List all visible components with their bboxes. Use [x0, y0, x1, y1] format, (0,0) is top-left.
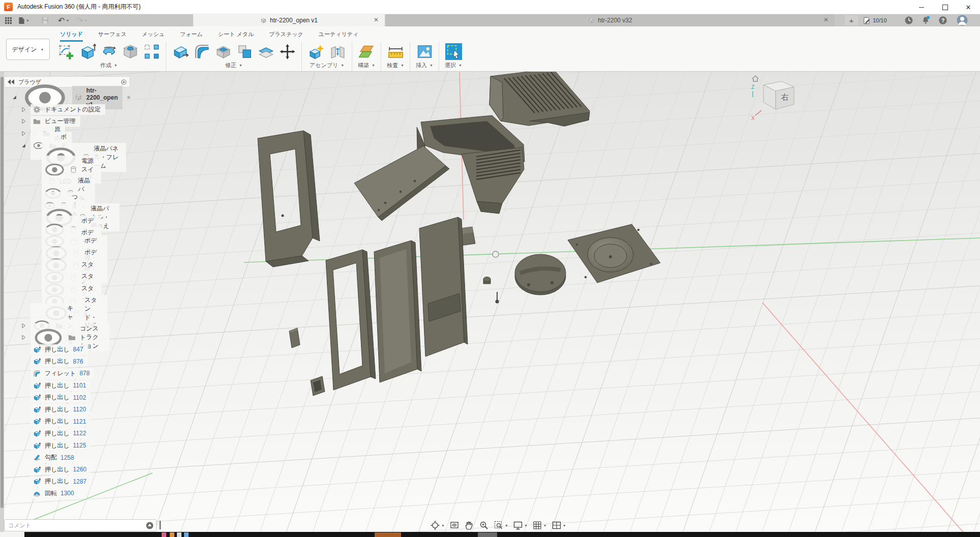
- tree-item[interactable]: 勾配1258: [30, 452, 79, 463]
- group-dropdown[interactable]: 構築▼: [358, 62, 375, 69]
- tab-close-icon[interactable]: ✕: [373, 16, 380, 23]
- hole-button[interactable]: [119, 42, 141, 61]
- browser-row[interactable]: 押し出し847: [4, 343, 130, 355]
- expand-icon[interactable]: [20, 130, 27, 137]
- job-status[interactable]: 10/10: [863, 15, 887, 25]
- viewport-canvas[interactable]: [0, 72, 980, 537]
- browser-row[interactable]: 押し出し1101: [4, 379, 130, 392]
- group-dropdown[interactable]: 修正▼: [225, 62, 242, 69]
- part-rear-panel[interactable]: [419, 217, 468, 356]
- browser-root-row[interactable]: htr-2200_open v1: [4, 92, 130, 104]
- extrude-button[interactable]: [77, 42, 98, 61]
- shell-button[interactable]: [212, 42, 234, 61]
- offset-button[interactable]: [255, 42, 277, 61]
- home-icon[interactable]: [752, 76, 758, 81]
- tree-item[interactable]: 押し出し1101: [30, 380, 90, 391]
- avatar[interactable]: [957, 15, 968, 26]
- browser-options-icon[interactable]: [121, 79, 127, 85]
- move-button[interactable]: [277, 42, 298, 61]
- browser-row[interactable]: 押し出し1120: [4, 403, 130, 415]
- tree-item[interactable]: フィレット878: [30, 368, 94, 379]
- tab-utilities[interactable]: ユーティリティ: [319, 31, 359, 42]
- browser-scrollbar[interactable]: [0, 72, 4, 532]
- clock-icon[interactable]: [904, 16, 913, 25]
- activate-radio[interactable]: [127, 94, 130, 101]
- browser-row[interactable]: 押し出し1102: [4, 392, 130, 404]
- browser-row[interactable]: 押し出し1125: [4, 439, 130, 452]
- tab-htr-2200-v32[interactable]: htr-2200 v32 ✕: [386, 14, 835, 26]
- file-menu-button[interactable]: ▼: [18, 15, 29, 25]
- browser-row[interactable]: 勾配1258: [4, 452, 130, 464]
- workspace-selector[interactable]: デザイン ▼: [6, 39, 50, 60]
- browser-row[interactable]: ビュー管理: [4, 115, 130, 128]
- tree-item[interactable]: 押し出し1287: [30, 476, 91, 487]
- browser-row[interactable]: 回転1300: [4, 488, 130, 500]
- tab-mesh[interactable]: メッシュ: [142, 31, 165, 42]
- expand-icon[interactable]: [20, 106, 27, 113]
- collapse-panel-icon[interactable]: [8, 79, 15, 84]
- notifications-bell-icon[interactable]: [921, 16, 930, 25]
- grid-settings-tool[interactable]: ▼: [532, 520, 547, 530]
- zoom-window-tool[interactable]: ▼: [494, 520, 508, 530]
- expand-icon[interactable]: [11, 94, 18, 101]
- browser-row[interactable]: 押し出し1287: [4, 475, 130, 488]
- minimize-button[interactable]: [910, 0, 933, 14]
- revolve-button[interactable]: [98, 42, 119, 61]
- browser-row[interactable]: コンストラクション: [4, 332, 130, 344]
- create-sketch-button[interactable]: [55, 42, 77, 61]
- look-at-tool[interactable]: [449, 520, 460, 530]
- tab-form[interactable]: フォーム: [180, 31, 203, 42]
- maximize-button[interactable]: [933, 0, 957, 14]
- tab-plastic[interactable]: プラスチック: [269, 31, 303, 42]
- display-settings-tool[interactable]: ▼: [513, 520, 528, 530]
- fillet-button[interactable]: [191, 42, 212, 61]
- taskbar-app-icon[interactable]: [177, 532, 181, 537]
- part-pin[interactable]: [496, 292, 499, 304]
- new-component-button[interactable]: [305, 42, 327, 61]
- tab-sheet-metal[interactable]: シート メタル: [218, 31, 254, 42]
- part-dome-plate[interactable]: [568, 224, 660, 283]
- part-fastener-cylinder[interactable]: [483, 277, 491, 284]
- tree-item[interactable]: 押し出し1260: [30, 464, 91, 475]
- tree-item[interactable]: 押し出し1122: [30, 428, 90, 439]
- tree-item[interactable]: 押し出し1102: [30, 392, 90, 403]
- part-lcd-panel[interactable]: [374, 241, 421, 382]
- taskbar-app-icon[interactable]: [478, 532, 497, 537]
- group-dropdown[interactable]: 選択▼: [445, 62, 462, 69]
- tree-item[interactable]: 押し出し876: [30, 356, 88, 367]
- view-cube[interactable]: Z 右 X: [748, 72, 808, 123]
- expand-icon[interactable]: [20, 118, 27, 125]
- joint-button[interactable]: [327, 42, 348, 61]
- taskbar-app-icon[interactable]: [375, 532, 401, 537]
- part-front-bezel[interactable]: [258, 131, 320, 267]
- tree-item[interactable]: 押し出し1120: [30, 404, 90, 415]
- scrollbar-thumb[interactable]: [1, 77, 4, 508]
- browser-row[interactable]: 押し出し1122: [4, 428, 130, 440]
- expand-icon[interactable]: [20, 334, 27, 341]
- tab-close-icon[interactable]: ✕: [822, 16, 830, 23]
- taskbar-app-icon[interactable]: [162, 532, 166, 537]
- orbit-tool[interactable]: ▼: [430, 520, 445, 530]
- part-knob-disc[interactable]: [515, 254, 566, 295]
- tab-solid[interactable]: ソリッド: [60, 31, 83, 42]
- group-dropdown[interactable]: 作成▼: [100, 62, 117, 69]
- viewports-tool[interactable]: ▼: [552, 520, 566, 530]
- pan-tool[interactable]: [464, 520, 474, 530]
- undo-button[interactable]: ↶▼: [58, 15, 69, 25]
- taskbar-app-icon[interactable]: [184, 532, 189, 537]
- pattern-button[interactable]: [141, 42, 162, 61]
- redo-button[interactable]: ↷▼: [76, 15, 87, 25]
- tab-htr-2200-open-v1[interactable]: htr-2200_open v1 ✕: [193, 14, 385, 26]
- expand-icon[interactable]: [20, 142, 27, 149]
- part-back-cover[interactable]: [489, 72, 590, 126]
- tree-item[interactable]: ドキュメントの設定: [30, 104, 105, 115]
- group-dropdown[interactable]: アセンブリ▼: [310, 62, 344, 69]
- part-small-block-1[interactable]: [289, 328, 300, 348]
- combine-button[interactable]: [234, 42, 255, 61]
- tree-item[interactable]: 押し出し1121: [30, 416, 90, 427]
- taskbar-app-icon[interactable]: [170, 532, 174, 537]
- construction-plane-button[interactable]: [356, 42, 377, 61]
- app-grid-icon[interactable]: [4, 15, 13, 25]
- group-dropdown[interactable]: 挿入▼: [416, 62, 433, 69]
- browser-row[interactable]: 押し出し1121: [4, 415, 130, 428]
